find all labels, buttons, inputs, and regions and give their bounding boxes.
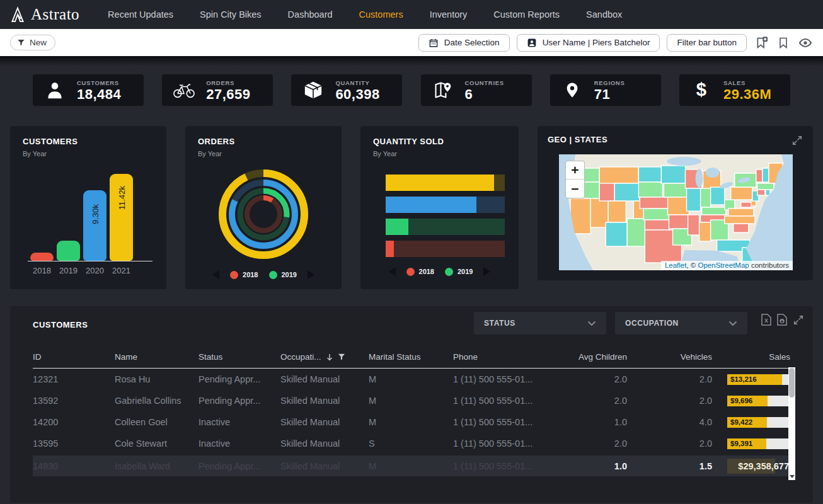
column-header-name[interactable]: Name — [115, 352, 199, 362]
ring-2018[interactable] — [247, 198, 280, 231]
bar-2018[interactable] — [30, 253, 54, 261]
legend-next-arrow[interactable] — [308, 270, 314, 279]
bar-chart-plot[interactable]: 9.30k11.42k — [30, 174, 150, 261]
chart-title: GEO | STATES — [548, 135, 607, 144]
column-header-id[interactable]: ID — [33, 352, 115, 362]
zoom-in-button[interactable]: + — [566, 161, 584, 180]
status-filter-dropdown[interactable]: STATUS — [474, 312, 606, 335]
brand-logo[interactable]: Astrato — [10, 6, 79, 23]
bookmark-icon[interactable] — [776, 35, 791, 50]
zoom-out-button[interactable]: − — [566, 180, 584, 198]
hbar-2018[interactable] — [386, 241, 505, 257]
orders-donut-chart-card[interactable]: ORDERS By Year 20182019 — [185, 126, 342, 289]
kpi-value: 71 — [594, 88, 625, 101]
column-header-phone[interactable]: Phone — [453, 352, 553, 362]
cell-phone: 1 (11) 500 555-01... — [453, 374, 553, 384]
table-row[interactable]: 13595Cole StewartInactiveSkilled ManualS… — [33, 433, 790, 454]
cell-vehicles: 4.0 — [627, 417, 712, 427]
new-filter-button[interactable]: New — [10, 35, 55, 50]
legend-item-2019[interactable]: 2019 — [269, 271, 297, 279]
column-header-occupation[interactable]: Occupati... — [280, 352, 369, 362]
quantity-sold-chart-card[interactable]: QUANTITY SOLD By Year 20182019 — [360, 126, 519, 289]
scrollbar-thumb[interactable] — [789, 368, 795, 398]
svg-text:$: $ — [696, 79, 706, 100]
kpi-quantity: QUANTITY60,398 — [291, 74, 402, 106]
hbar-2019[interactable] — [386, 219, 505, 235]
column-header-vehicles[interactable]: Vehicles — [627, 352, 712, 362]
legend-next-arrow[interactable] — [483, 267, 490, 276]
sales-value: $9,422 — [730, 418, 752, 426]
column-header-status[interactable]: Status — [199, 352, 280, 362]
expand-icon[interactable] — [791, 135, 803, 146]
column-header-marital-status[interactable]: Marital Status — [369, 352, 453, 362]
nav-item-sandbox[interactable]: Sandbox — [573, 0, 635, 29]
cell-occupation: Skilled Manual — [280, 374, 369, 384]
export-data-icon[interactable] — [777, 314, 787, 326]
kpi-orders: ORDERS27,659 — [162, 74, 273, 106]
filter-funnel-icon[interactable] — [338, 353, 345, 360]
nav-item-recent-updates[interactable]: Recent Updates — [95, 0, 187, 29]
cell-sales: $9,391 — [712, 438, 790, 449]
leaflet-link[interactable]: Leaflet — [665, 261, 687, 269]
hbar-fill — [386, 241, 394, 257]
expand-icon[interactable] — [793, 314, 804, 326]
openstreetmap-link[interactable]: OpenStreetMap — [698, 261, 749, 269]
hbar-fill — [386, 175, 494, 191]
hbar-chart-plot[interactable] — [386, 175, 505, 257]
hbar-2020[interactable] — [386, 197, 505, 213]
nav-item-inventory[interactable]: Inventory — [417, 0, 481, 29]
sort-desc-icon[interactable] — [326, 353, 333, 361]
column-header-sales[interactable]: Sales — [712, 352, 790, 362]
dollar-icon: $ — [690, 79, 713, 101]
chart-title: ORDERS — [198, 137, 329, 146]
kpi-customers: CUSTOMERS18,484 — [33, 74, 144, 106]
bicycle-icon — [173, 81, 195, 100]
legend-prev-arrow[interactable] — [212, 270, 219, 279]
nav-item-customers[interactable]: Customers — [346, 0, 417, 29]
sales-value: $13,216 — [730, 375, 757, 383]
legend-prev-arrow[interactable] — [389, 267, 396, 276]
x-tick-label: 2019 — [57, 266, 80, 275]
kpi-value: 60,398 — [335, 88, 379, 101]
bar-2020[interactable]: 9.30k — [83, 190, 106, 261]
user-icon — [527, 38, 537, 48]
nav-item-spin-city-bikes[interactable]: Spin City Bikes — [187, 0, 275, 29]
donut-rings-plot[interactable] — [198, 166, 329, 262]
us-states-map[interactable]: + − Leaflet, © OpenStreetMap contributor… — [559, 154, 793, 270]
filter-bar-button[interactable]: Filter bar button — [667, 34, 747, 52]
bookmark-add-icon[interactable] — [754, 35, 769, 50]
bar-2019[interactable] — [57, 241, 80, 261]
table-body: 12321Rosa HuPending Appr...Skilled Manua… — [33, 369, 790, 454]
table-row[interactable]: 13592Gabriella CollinsPending Appr...Ski… — [33, 390, 790, 411]
cell-id: 14200 — [33, 417, 115, 427]
hbar-2021[interactable] — [386, 175, 505, 191]
x-axis-line — [28, 261, 153, 261]
totals-sales: $29,358,677 — [712, 461, 790, 471]
eye-icon[interactable] — [798, 35, 813, 50]
hbar-fill — [386, 197, 476, 213]
person-icon — [43, 80, 66, 100]
nav-item-dashboard[interactable]: Dashboard — [275, 0, 346, 29]
legend-item-2019[interactable]: 2019 — [445, 268, 473, 276]
table-scrollbar[interactable] — [788, 367, 795, 480]
customers-bar-chart-card[interactable]: CUSTOMERS By Year 9.30k11.42k 2018201920… — [10, 126, 166, 289]
date-selection-button[interactable]: Date Selection — [418, 34, 510, 52]
scrollbar-down-arrow[interactable] — [790, 475, 795, 478]
cell-occupation: Skilled Manual — [280, 438, 369, 449]
export-excel-icon[interactable]: X — [761, 314, 771, 326]
cell-marital: M — [369, 396, 453, 406]
table-row[interactable]: 14200Colleen GoelInactiveSkilled ManualM… — [33, 411, 790, 433]
legend-item-2018[interactable]: 2018 — [406, 268, 434, 276]
table-row[interactable]: 12321Rosa HuPending Appr...Skilled Manua… — [33, 369, 790, 390]
chart-subtitle: By Year — [373, 150, 506, 158]
user-name-button[interactable]: User Name | Piers Batchelor — [517, 34, 660, 52]
legend-item-2018[interactable]: 2018 — [230, 271, 258, 279]
nav-item-custom-reports[interactable]: Custom Reports — [480, 0, 573, 29]
map-attribution: Leaflet, © OpenStreetMap contributors — [661, 261, 793, 270]
occupation-filter-dropdown[interactable]: OCCUPATION — [615, 312, 747, 335]
x-tick-label: 2021 — [110, 266, 133, 275]
bar-2021[interactable]: 11.42k — [110, 174, 133, 261]
column-header-avg-children[interactable]: Avg Children — [553, 352, 627, 362]
cell-status: Inactive — [199, 438, 280, 449]
cell-children: 2.0 — [553, 374, 627, 384]
